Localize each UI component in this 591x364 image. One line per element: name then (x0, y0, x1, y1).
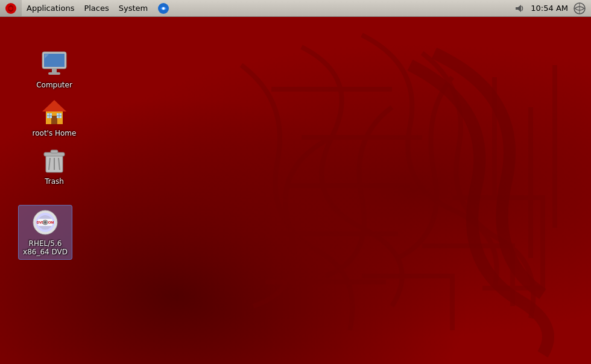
desktop-icon-trash[interactable]: Trash (27, 143, 81, 188)
top-panel: Applications Places System 10:54 AM (0, 0, 591, 17)
computer-icon-img (40, 49, 69, 78)
computer-label: Computer (36, 81, 72, 89)
svg-point-1 (9, 7, 13, 10)
svg-marker-14 (42, 100, 66, 111)
desktop: Computer root's Home (0, 17, 591, 364)
desktop-icon-computer[interactable]: Computer (27, 47, 81, 92)
trash-label: Trash (45, 177, 64, 186)
panel-left: Applications Places System (0, 0, 174, 16)
svg-rect-10 (52, 69, 57, 72)
applications-menu[interactable]: Applications (22, 0, 79, 16)
system-menu[interactable]: System (114, 0, 153, 16)
svg-point-3 (162, 7, 165, 10)
svg-rect-13 (51, 116, 57, 124)
dvd-icon-img: DVD-ROM (31, 208, 60, 237)
panel-right: 10:54 AM (515, 2, 591, 15)
network-icon (573, 2, 586, 15)
svg-point-33 (44, 221, 46, 224)
desktop-icon-home[interactable]: root's Home (27, 95, 81, 140)
clock: 10:54 AM (531, 4, 568, 13)
places-menu[interactable]: Places (79, 0, 113, 16)
trash-icon-img (40, 146, 69, 175)
volume-icon-area (515, 3, 526, 14)
home-label: root's Home (33, 129, 77, 137)
dvd-label: RHEL/5.6 x86_64 DVD (21, 239, 69, 257)
desktop-icon-dvd[interactable]: DVD-ROM RHEL/5.6 x86_64 DVD (18, 205, 72, 260)
svg-rect-4 (516, 7, 518, 10)
speaker-icon (515, 3, 526, 14)
svg-marker-5 (518, 5, 521, 12)
rhel-logo[interactable] (0, 0, 22, 16)
maze-decoration (0, 17, 591, 364)
svg-rect-11 (48, 72, 60, 75)
svg-rect-23 (51, 150, 58, 153)
home-icon-img (40, 98, 69, 127)
extra-icon[interactable] (153, 0, 174, 16)
